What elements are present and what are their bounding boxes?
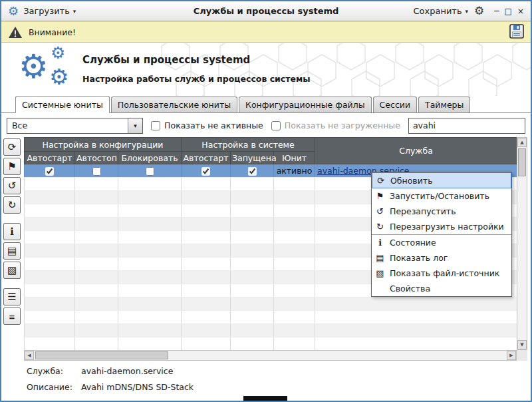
horizontal-scrollbar[interactable]: ◀ ▶ — [24, 350, 517, 361]
vertical-scroll-thumb[interactable] — [518, 148, 526, 176]
menu-item-show-source[interactable]: ▧ Показать файл-источник — [372, 266, 511, 281]
column-header-autostart-config[interactable]: Автостарт — [25, 152, 75, 164]
log-icon: ▤ — [7, 245, 17, 257]
toolbar-status-button[interactable]: ℹ — [3, 223, 21, 240]
log-icon: ▤ — [374, 253, 386, 263]
menu-item-refresh[interactable]: ⟳ Обновить — [372, 172, 511, 188]
maximize-button[interactable]: □ — [505, 7, 512, 16]
show-unloaded-checkbox[interactable] — [271, 121, 281, 130]
group-header-service[interactable]: Служба — [315, 138, 517, 164]
tab-user-units[interactable]: Пользовательские юниты — [111, 97, 237, 112]
menu-item-reload-settings[interactable]: ↻ Перезагрузить настройки — [372, 219, 511, 234]
column-header-block[interactable]: Блокировать — [118, 152, 182, 164]
horizontal-scroll-thumb[interactable] — [35, 351, 168, 359]
unit-filter-value: Все — [12, 120, 27, 130]
scroll-left-button[interactable]: ◀ — [25, 351, 34, 360]
config-block-checkbox[interactable] — [146, 167, 154, 176]
toolbar-restart-button[interactable]: ↺ — [3, 177, 21, 194]
side-toolbar: ⟳ ⚑ ↺ ↻ ℹ ▤ ▧ ☰ ≡ — [3, 138, 23, 327]
triangle-right-icon: ▶ — [509, 353, 513, 358]
group-header-system: Настройка в системе — [182, 138, 315, 152]
context-menu: ⟳ Обновить ⚑ Запустить/Остановить ↺ Пере… — [371, 172, 512, 297]
menu-item-show-log[interactable]: ▤ Показать лог — [372, 250, 511, 266]
toolbar-unit-list-button[interactable]: ≡ — [3, 307, 21, 325]
show-unloaded-checkbox-label[interactable]: Показать не загруженные — [271, 120, 400, 130]
warning-label: Внимание! — [29, 27, 76, 37]
close-button[interactable]: × — [517, 7, 524, 16]
description-label: Описание: — [27, 382, 81, 392]
list-icon: ≡ — [9, 311, 15, 322]
scroll-right-button[interactable]: ▶ — [507, 351, 516, 360]
table-row[interactable] — [25, 337, 517, 351]
table-row[interactable] — [25, 324, 517, 337]
column-header-unit[interactable]: Юнит — [274, 152, 315, 164]
properties-icon: ☰ — [7, 291, 16, 303]
titlebar: Службы и процессы systemd ⚙ Загрузить ▾ … — [1, 1, 531, 21]
load-menu-label: Загрузить — [23, 6, 70, 16]
save-menu-button[interactable]: Сохранить ▾ — [413, 6, 468, 16]
info-icon: ℹ — [10, 226, 14, 238]
toolbar-show-source-button[interactable]: ▧ — [3, 262, 21, 279]
vertical-scrollbar[interactable]: ▲ ▼ — [517, 137, 527, 350]
filter-bar: Все ▾ Показать не активные Показать не з… — [1, 114, 531, 137]
app-window: Службы и процессы systemd ⚙ Загрузить ▾ … — [0, 0, 532, 402]
toolbar-properties-button[interactable]: ☰ — [3, 288, 21, 305]
config-autostop-checkbox[interactable] — [92, 167, 101, 176]
scroll-up-button[interactable]: ▲ — [517, 138, 527, 147]
reload-icon: ↻ — [8, 199, 17, 211]
toolbar-reload-settings-button[interactable]: ↻ — [3, 196, 21, 214]
floppy-disk-icon — [509, 24, 524, 39]
table-row[interactable] — [25, 311, 517, 324]
toolbar-refresh-button[interactable]: ⟳ — [3, 138, 21, 156]
triangle-up-icon: ▲ — [520, 140, 523, 145]
toolbar-start-stop-button[interactable]: ⚑ — [3, 158, 21, 175]
tab-timers[interactable]: Таймеры — [418, 97, 470, 112]
settings-gear-icon[interactable]: ⚙ — [474, 5, 484, 17]
window-resize-grip[interactable] — [243, 396, 287, 401]
toolbar-show-log-button[interactable]: ▤ — [3, 242, 21, 260]
source-icon: ▧ — [374, 268, 386, 278]
gear-icon: ⚙ — [51, 45, 65, 61]
reload-icon: ↻ — [374, 222, 386, 232]
service-label: Служба: — [27, 366, 81, 376]
refresh-icon: ⟳ — [375, 176, 386, 186]
table-row[interactable] — [25, 298, 517, 311]
restart-icon: ↺ — [374, 206, 386, 216]
tab-system-units[interactable]: Системные юниты — [15, 96, 110, 113]
menu-item-restart[interactable]: ↺ Перезапустить — [372, 204, 511, 219]
tab-config-files[interactable]: Конфигурационные файлы — [239, 97, 372, 112]
flag-icon: ⚑ — [7, 160, 16, 172]
menu-item-properties[interactable]: Свойства — [372, 281, 511, 296]
show-inactive-checkbox[interactable] — [151, 121, 160, 130]
unit-state-cell: активно — [274, 164, 315, 178]
restart-icon: ↺ — [8, 180, 17, 192]
scroll-down-button[interactable]: ▼ — [517, 340, 527, 349]
tab-sessions[interactable]: Сессии — [373, 97, 417, 112]
status-footer: Служба: avahi-daemon.service Описание: A… — [1, 363, 531, 396]
flag-icon: ⚑ — [374, 191, 386, 201]
save-file-button[interactable] — [509, 24, 524, 41]
page-subtitle: Настройка работы служб и процессов систе… — [82, 74, 310, 84]
search-input[interactable] — [408, 118, 525, 134]
column-header-running[interactable]: Запущена — [231, 152, 274, 164]
column-header-autostop[interactable]: Автостоп — [75, 152, 118, 164]
page-header: ⚙ ⚙ ⚙ Службы и процессы systemd Настройк… — [1, 43, 531, 96]
scrollbar-corner — [517, 350, 527, 361]
refresh-icon: ⟳ — [8, 141, 17, 153]
gear-icon: ⚙ — [49, 66, 69, 88]
system-running-checkbox[interactable] — [248, 167, 257, 176]
config-autostart-checkbox[interactable] — [45, 167, 54, 176]
menu-item-start-stop[interactable]: ⚑ Запустить/Остановить — [372, 188, 511, 204]
source-icon: ▧ — [7, 264, 17, 276]
app-gear-icon: ⚙ — [8, 5, 19, 17]
unit-filter-select[interactable]: Все ▾ — [7, 118, 143, 134]
column-header-autostart-system[interactable]: Автостарт — [182, 152, 231, 164]
show-inactive-checkbox-label[interactable]: Показать не активные — [151, 120, 263, 130]
group-header-config: Настройка в конфигурации — [25, 138, 182, 152]
load-menu-button[interactable]: Загрузить ▾ — [23, 6, 76, 16]
minimize-button[interactable]: ─ — [494, 7, 499, 16]
menu-item-status[interactable]: ℹ Состояние — [372, 235, 511, 250]
system-autostart-checkbox[interactable] — [201, 167, 210, 176]
gear-icon: ⚙ — [19, 50, 49, 83]
chevron-down-icon[interactable]: ▾ — [128, 118, 142, 133]
